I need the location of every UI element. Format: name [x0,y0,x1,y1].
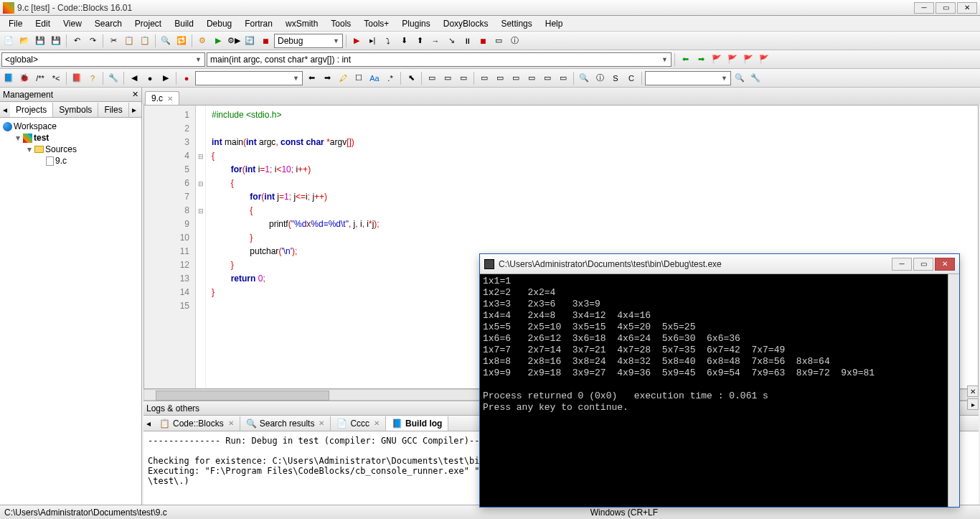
find-icon[interactable]: 🔍 [159,34,173,48]
menu-fortran[interactable]: Fortran [239,17,278,30]
menu-view[interactable]: View [57,17,88,30]
copy-icon[interactable]: 📋 [122,34,136,48]
wrench-icon[interactable]: 🔧 [106,71,121,85]
scope-combo[interactable]: <global>▼ [1,52,205,67]
regex-icon[interactable]: .* [383,71,397,85]
minimize-button[interactable]: ─ [914,2,934,14]
search-combo[interactable]: ▼ [195,71,303,85]
doxy3-icon[interactable]: 📕 [70,71,84,85]
close-button[interactable]: ✕ [957,2,977,14]
cut-icon[interactable]: ✂ [106,34,121,48]
menu-toolsplus[interactable]: Tools+ [358,17,395,30]
console-output[interactable]: 1x1=1 1x2=2 2x2=4 1x3=3 2x3=6 3x3=9 1x4=… [480,274,959,507]
highlight-icon[interactable]: 🖍 [336,71,350,85]
ui1-icon[interactable]: ▭ [425,71,439,85]
bookmark-prev-icon[interactable]: 🚩 [725,52,740,67]
logtab-buildlog[interactable]: 📘 Build log [386,416,448,431]
match-case-icon[interactable]: Aa [367,71,382,85]
run-icon[interactable]: ▶ [211,34,225,48]
menu-help[interactable]: Help [540,17,569,30]
tool-ex1-icon[interactable]: 🔍 [732,71,747,85]
search-fwd-icon[interactable]: ➡ [320,71,334,85]
next-instr-icon[interactable]: → [428,34,443,48]
sideclose1-icon[interactable]: ✕ [967,385,979,397]
empty-combo[interactable]: ▼ [645,71,731,85]
doxy4-icon[interactable]: ? [85,71,100,85]
s-icon[interactable]: S [608,71,623,85]
debug-windows-icon[interactable]: ▭ [491,34,506,48]
c-icon[interactable]: C [624,71,639,85]
build-icon[interactable]: ⚙ [195,34,209,48]
save-icon[interactable]: 💾 [33,34,47,48]
logtab-codeblocks[interactable]: 📋 Code::Blocks ✕ [154,416,240,431]
ui4-icon[interactable]: ▭ [477,71,491,85]
function-combo[interactable]: main(int argc, const char* argv[]) : int… [207,52,672,67]
ui9-icon[interactable]: ▭ [556,71,570,85]
menu-plugins[interactable]: Plugins [396,17,435,30]
open-icon[interactable]: 📂 [17,34,32,48]
project-tree[interactable]: Workspace ▾test ▾Sources 9.c [0,118,141,519]
bookmark-toggle-icon[interactable]: 🚩 [710,52,724,67]
jump-dot-icon[interactable]: ● [143,71,157,85]
step-out-icon[interactable]: ⬆ [413,34,427,48]
tab-close-icon[interactable]: ✕ [167,95,173,103]
tab-scroll-left-icon[interactable]: ◂ [0,105,10,115]
zoom-icon[interactable]: 🔍 [577,71,591,85]
tab-projects[interactable]: Projects [10,103,53,117]
debug-run-icon[interactable]: ▶ [349,34,364,48]
menu-doxyblocks[interactable]: DoxyBlocks [438,17,494,30]
menu-search[interactable]: Search [89,17,128,30]
ui6-icon[interactable]: ▭ [509,71,523,85]
menu-debug[interactable]: Debug [201,17,237,30]
menu-edit[interactable]: Edit [29,17,56,30]
menu-file[interactable]: File [3,17,28,30]
fold-gutter[interactable]: ⊟⊟⊟ [196,106,206,388]
select-icon[interactable]: ⬉ [404,71,418,85]
console-maximize-button[interactable]: ▭ [913,258,933,271]
ui5-icon[interactable]: ▭ [493,71,507,85]
info-icon[interactable]: ⓘ [507,34,522,48]
management-close-icon[interactable]: ✕ [132,90,138,99]
menu-settings[interactable]: Settings [495,17,537,30]
tool-ex2-icon[interactable]: 🔧 [748,71,763,85]
logtab-search[interactable]: 🔍 Search results ✕ [240,416,331,431]
break-icon[interactable]: ⏸ [460,34,474,48]
nav-back-icon[interactable]: ⬅ [678,52,692,67]
tab-files[interactable]: Files [98,103,128,117]
rec-icon[interactable]: ● [179,71,194,85]
ui7-icon[interactable]: ▭ [524,71,539,85]
doxy1-icon[interactable]: 📘 [1,71,16,85]
stop-debug-icon[interactable]: ⏹ [476,34,490,48]
jump-fwd-icon[interactable]: ▶ [159,71,173,85]
console-vscrollbar[interactable] [948,274,959,507]
step-instr-icon[interactable]: ↘ [444,34,458,48]
run-to-cursor-icon[interactable]: ▸| [365,34,380,48]
new-icon[interactable]: 📄 [1,34,16,48]
tab-scroll-right-icon[interactable]: ▸ [129,105,139,115]
undo-icon[interactable]: ↶ [70,34,84,48]
nav-fwd-icon[interactable]: ➡ [694,52,708,67]
console-close-button[interactable]: ✕ [935,258,955,271]
menu-project[interactable]: Project [129,17,167,30]
rebuild-icon[interactable]: 🔄 [242,34,257,48]
menu-build[interactable]: Build [169,17,199,30]
comment-icon[interactable]: /** [33,71,47,85]
option-icon[interactable]: ☐ [352,71,366,85]
redo-icon[interactable]: ↷ [85,34,100,48]
menu-wxsmith[interactable]: wxSmith [280,17,324,30]
step-into-icon[interactable]: ⬇ [397,34,411,48]
build-run-icon[interactable]: ⚙▶ [227,34,241,48]
editor-tab-9c[interactable]: 9.c✕ [145,91,179,105]
logtab-scroll-left-icon[interactable]: ◂ [143,419,154,429]
logtab-cccc[interactable]: 📄 Cccc ✕ [331,416,386,431]
replace-icon[interactable]: 🔁 [174,34,189,48]
paste-icon[interactable]: 📋 [138,34,152,48]
ui3-icon[interactable]: ▭ [456,71,471,85]
doxy2-icon[interactable]: 🐞 [17,71,32,85]
tab-symbols[interactable]: Symbols [53,103,98,117]
next-line-icon[interactable]: ⤵ [381,34,395,48]
bookmark-clear-icon[interactable]: 🚩 [757,52,771,67]
jump-back-icon[interactable]: ◀ [127,71,141,85]
ui8-icon[interactable]: ▭ [540,71,555,85]
maximize-button[interactable]: ▭ [936,2,956,14]
